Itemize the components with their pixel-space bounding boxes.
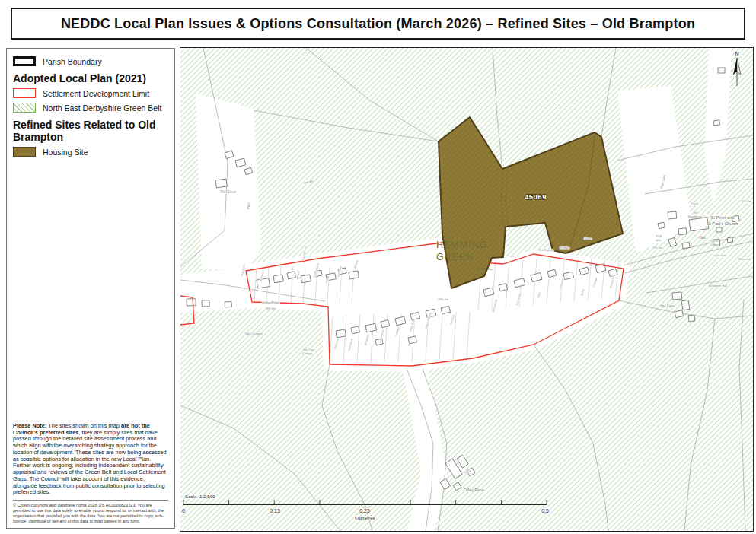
svg-text:Lych Gate: Lych Gate xyxy=(713,254,726,257)
settlement-development-limit-swatch xyxy=(13,88,36,98)
page: NEDDC Local Plan Issues & Options Consul… xyxy=(0,0,756,534)
legend-item-green-belt: North East Derbyshire Green Belt xyxy=(13,103,168,113)
svg-text:Brampton Hall: Brampton Hall xyxy=(709,284,727,288)
svg-text:Offley Place: Offley Place xyxy=(464,488,484,492)
svg-text:Yew Tree: Yew Tree xyxy=(302,348,314,351)
svg-text:The: The xyxy=(693,211,698,215)
adopted-local-plan-heading: Adopted Local Plan (2021) xyxy=(13,72,168,84)
svg-text:0: 0 xyxy=(182,508,185,513)
map-canvas: HEMMINGGREENEl Sub StaTrackThe GroveIssu… xyxy=(180,48,753,531)
note-part3: , they are simply sites that have passed… xyxy=(13,429,167,496)
svg-text:Toba Cottage: Toba Cottage xyxy=(244,332,263,335)
settlement-development-limit-label: Settlement Development Limit xyxy=(43,89,149,98)
housing-site-swatch xyxy=(13,147,36,157)
svg-text:GREEN: GREEN xyxy=(436,252,474,262)
svg-text:Kilometres: Kilometres xyxy=(355,516,375,520)
svg-text:199.3m: 199.3m xyxy=(265,307,276,310)
page-title: NEDDC Local Plan Issues & Options Consul… xyxy=(61,16,695,32)
svg-text:195.7m: 195.7m xyxy=(560,246,570,250)
svg-text:The Poplars: The Poplars xyxy=(538,249,554,252)
legend-item-settlement-development-limit: Settlement Development Limit xyxy=(13,88,168,98)
svg-text:St Peter and: St Peter and xyxy=(711,215,735,220)
svg-text:Woodlands: Woodlands xyxy=(688,215,703,218)
svg-text:0.13: 0.13 xyxy=(270,508,280,513)
site-number-label: 45069 xyxy=(525,192,547,201)
svg-text:196.4m: 196.4m xyxy=(438,297,448,301)
svg-text:Scale: 1:2,500: Scale: 1:2,500 xyxy=(185,494,215,499)
parish-boundary-label: Parish Boundary xyxy=(43,57,102,66)
please-note-text: Please Note: The sites shown on this map… xyxy=(13,423,168,500)
svg-text:Church: Church xyxy=(709,240,718,243)
housing-site-label: Housing Site xyxy=(43,148,88,157)
svg-text:Hall Farm: Hall Farm xyxy=(660,304,675,308)
svg-text:HEMMING: HEMMING xyxy=(436,240,487,250)
svg-text:Memorial: Memorial xyxy=(738,258,751,261)
map-panel: HEMMINGGREENEl Sub StaTrackThe GroveIssu… xyxy=(180,47,754,532)
parish-boundary-swatch xyxy=(13,56,36,66)
svg-text:Cottage: Cottage xyxy=(302,352,312,355)
svg-text:195.1m: 195.1m xyxy=(652,246,662,250)
green-belt-label: North East Derbyshire Green Belt xyxy=(43,103,161,113)
svg-text:165.6m: 165.6m xyxy=(742,200,751,203)
note-lead: Please Note: xyxy=(13,422,46,429)
note-part1: The sites shown on this map xyxy=(46,422,121,429)
svg-text:Lodge: Lodge xyxy=(710,243,719,246)
svg-text:Cedar Ridge: Cedar Ridge xyxy=(262,300,280,304)
svg-text:TCB: TCB xyxy=(656,234,662,238)
svg-text:El Sub Sta: El Sub Sta xyxy=(477,267,493,271)
svg-text:0.25: 0.25 xyxy=(359,508,370,513)
svg-text:(dis): (dis) xyxy=(656,239,661,242)
copyright-text: © Crown copyright and database rights 20… xyxy=(13,500,168,524)
svg-text:St Paul's Church: St Paul's Church xyxy=(707,221,738,226)
svg-text:Hall: Hall xyxy=(699,235,706,240)
green-belt-swatch xyxy=(13,103,36,113)
svg-text:The Grove: The Grove xyxy=(220,190,237,194)
svg-text:0.5: 0.5 xyxy=(541,508,549,513)
svg-text:N: N xyxy=(735,51,738,56)
svg-text:Stone: Stone xyxy=(584,237,592,240)
title-bar: NEDDC Local Plan Issues & Options Consul… xyxy=(11,8,745,40)
refined-sites-heading: Refined Sites Related to Old Brampton xyxy=(13,119,168,143)
legend-item-parish-boundary: Parish Boundary xyxy=(13,56,168,66)
legend-item-housing-site: Housing Site xyxy=(13,147,168,157)
legend-panel: Parish Boundary Adopted Local Plan (2021… xyxy=(6,48,175,529)
svg-text:Track: Track xyxy=(691,202,699,205)
